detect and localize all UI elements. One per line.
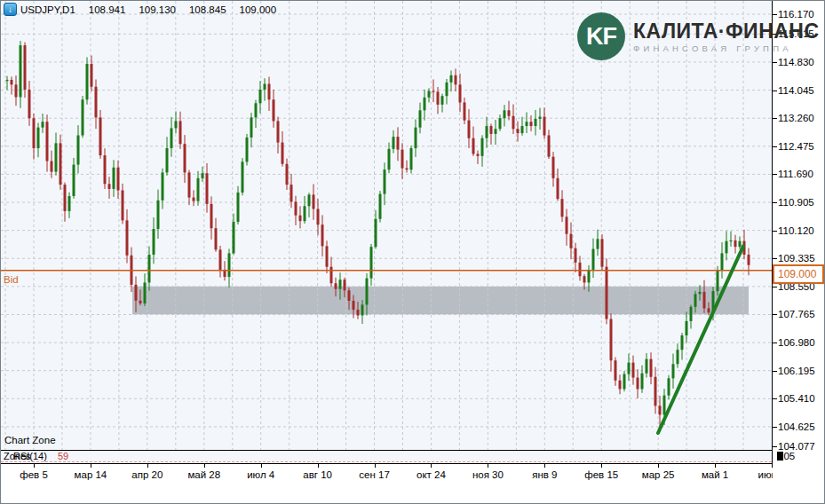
price-axis-label: 106.980	[778, 337, 815, 348]
ohlc-close-value: 109.000	[240, 4, 277, 15]
price-axis-label: 105.410	[778, 393, 815, 404]
chart-window: ↓ USDJPY,D1 108.941 109.130 108.845 109.…	[0, 0, 825, 504]
logo-text: КАЛИТА·ФИНАНС ФИНАНСОВАЯ ГРУППА	[633, 20, 820, 53]
time-axis-label: фев 15	[584, 469, 618, 480]
price-axis-tick	[773, 446, 777, 447]
time-axis-tick	[544, 464, 545, 468]
price-axis-tick	[773, 287, 777, 287]
price-axis[interactable]: 109.000 105 116.170115.615114.830114.045…	[773, 1, 825, 485]
time-axis-label: фев 5	[20, 469, 48, 480]
price-axis-label: 111.690	[778, 169, 813, 179]
price-axis-label: 112.475	[778, 141, 814, 152]
price-axis-tick	[773, 146, 777, 147]
price-axis-label: 110.120	[778, 225, 814, 236]
time-axis-label: май 28	[187, 469, 220, 480]
price-axis-tick	[773, 118, 777, 119]
logo-monogram: KF	[586, 23, 616, 51]
symbol-timeframe-label: USDJPY,D1	[20, 4, 75, 15]
time-axis-tick	[91, 464, 91, 468]
time-axis-label: окт 24	[416, 469, 446, 480]
price-axis-label: 114.045	[778, 85, 814, 96]
logo-title: КАЛИТА·ФИНАНС	[633, 20, 820, 42]
price-axis-tick	[773, 371, 777, 372]
time-axis-tick	[431, 464, 432, 468]
price-axis-label: 109.335	[778, 253, 815, 264]
scroll-marker-icon	[777, 452, 783, 461]
price-axis-tick	[773, 343, 777, 343]
time-axis-label: апр 20	[131, 469, 163, 480]
time-axis-tick	[318, 464, 319, 468]
rsi-indicator-line	[1, 461, 772, 462]
subpane-scale-label: 105	[778, 451, 795, 461]
price-axis-label: 104.625	[778, 421, 815, 432]
bid-price-tag: 109.000	[773, 264, 824, 284]
candlestick-chart-canvas[interactable]	[1, 1, 772, 450]
time-axis-tick	[34, 464, 35, 468]
time-axis-tick	[147, 464, 148, 468]
price-axis-tick	[773, 174, 777, 175]
price-axis-tick	[773, 258, 777, 259]
indicator-value: 59	[58, 451, 68, 461]
indicator-name-rsi: RSI(14)	[13, 451, 47, 461]
time-axis-label: янв 9	[532, 469, 557, 480]
time-axis-tick	[601, 464, 602, 468]
ohlc-open-value: 108.941	[89, 4, 126, 15]
time-axis-label: ноя 30	[472, 469, 504, 480]
time-axis-label: мар 25	[642, 469, 675, 480]
time-axis-tick	[715, 464, 716, 468]
price-axis-label: 113.260	[778, 113, 814, 123]
candlestick-series	[6, 41, 750, 426]
time-axis-label: сен 17	[359, 469, 389, 480]
bid-price-value: 109.000	[778, 268, 816, 280]
price-axis-tick	[773, 427, 777, 428]
price-axis-tick	[773, 314, 777, 315]
time-axis-label: авг 10	[303, 469, 332, 480]
time-axis-label: июл 4	[247, 469, 274, 480]
price-axis-label: 106.195	[778, 366, 815, 376]
time-axis[interactable]: фев 5мар 14апр 20май 28июл 4авг 10сен 17…	[1, 464, 825, 485]
price-axis-tick	[773, 398, 777, 399]
support-zone	[132, 287, 749, 314]
price-axis-tick	[773, 231, 777, 232]
price-axis-label: 107.765	[778, 309, 815, 319]
logo-subtitle: ФИНАНСОВАЯ ГРУППА	[633, 43, 820, 53]
time-axis-tick	[261, 464, 262, 468]
price-chart-plot[interactable]	[1, 1, 772, 450]
time-axis-label: мар 14	[75, 469, 107, 480]
time-axis-tick	[658, 464, 659, 468]
chart-zone-template-label: Chart Zone	[4, 435, 56, 445]
trend-line[interactable]	[658, 246, 743, 433]
price-axis-label: 104.077	[778, 441, 815, 452]
broker-logo: KF КАЛИТА·ФИНАНС ФИНАНСОВАЯ ГРУППА	[577, 12, 820, 60]
price-axis-tick	[773, 202, 777, 203]
ohlc-low-value: 108.845	[189, 4, 226, 15]
indicator-pane[interactable]: Zones RSI(14) 59	[1, 451, 772, 463]
ohlc-high-value: 109.130	[139, 4, 176, 15]
time-axis-tick	[375, 464, 376, 468]
bid-line-label: Bid	[4, 274, 19, 285]
price-axis-tick	[773, 62, 777, 63]
time-axis-tick	[488, 464, 488, 468]
instrument-dropdown-icon[interactable]: ↓	[4, 3, 17, 16]
price-axis-label: 110.905	[778, 197, 814, 208]
kf-monogram-icon: KF	[577, 12, 625, 60]
time-axis-label: май 1	[702, 469, 728, 480]
chart-header: ↓ USDJPY,D1 108.941 109.130 108.845 109.…	[4, 3, 276, 16]
price-axis-tick	[773, 91, 777, 91]
time-axis-tick	[204, 464, 205, 468]
